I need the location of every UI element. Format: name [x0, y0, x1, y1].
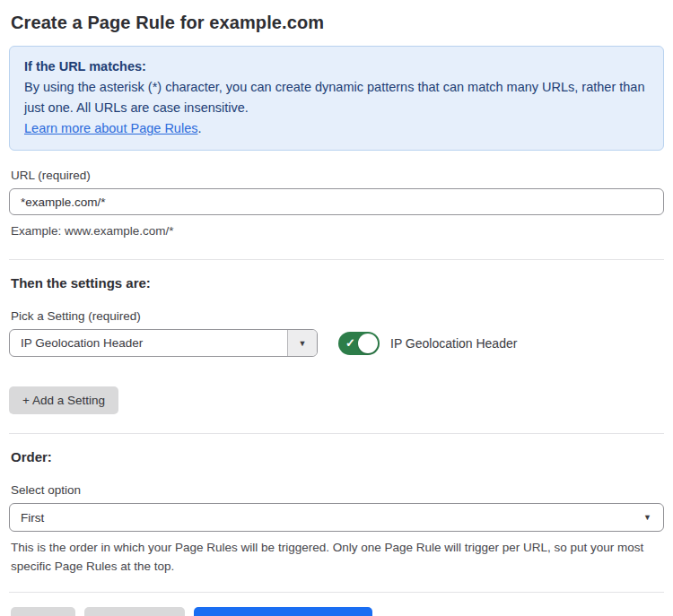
- chevron-down-icon: ▼: [643, 513, 651, 522]
- order-helper-text: This is the order in which your Page Rul…: [11, 538, 662, 576]
- toggle-group: ✓ IP Geolocation Header: [338, 332, 517, 355]
- divider: [9, 433, 664, 434]
- url-match-info-box: If the URL matches: By using the asteris…: [9, 46, 664, 151]
- setting-picker-arrow-button[interactable]: ▼: [287, 330, 317, 356]
- order-select[interactable]: First ▼: [9, 503, 664, 532]
- save-draft-button[interactable]: Save as Draft: [84, 607, 185, 616]
- order-select-value: First: [21, 511, 44, 525]
- save-deploy-button[interactable]: Save and Deploy Page Rule: [194, 607, 373, 616]
- settings-section-heading: Then the settings are:: [11, 275, 664, 291]
- order-section-heading: Order:: [11, 449, 664, 464]
- divider: [9, 592, 664, 593]
- cancel-button[interactable]: Cancel: [11, 607, 75, 616]
- toggle-knob: [358, 334, 378, 353]
- info-box-link-line: Learn more about Page Rules.: [24, 118, 649, 139]
- page-rule-form: Create a Page Rule for example.com If th…: [0, 0, 673, 616]
- learn-more-link[interactable]: Learn more about Page Rules: [24, 121, 197, 135]
- order-select-label: Select option: [11, 483, 664, 497]
- url-label: URL (required): [11, 169, 664, 182]
- page-title: Create a Page Rule for example.com: [11, 13, 664, 33]
- footer-actions: Cancel Save as Draft Save and Deploy Pag…: [9, 607, 664, 616]
- add-setting-button[interactable]: + Add a Setting: [9, 386, 118, 414]
- ip-geolocation-toggle[interactable]: ✓: [338, 332, 380, 355]
- divider: [9, 259, 664, 260]
- url-helper-text: Example: www.example.com/*: [11, 221, 664, 240]
- chevron-down-icon: ▼: [299, 339, 307, 348]
- url-input[interactable]: [9, 188, 664, 215]
- setting-picker-dropdown[interactable]: IP Geolocation Header ▼: [9, 329, 318, 357]
- info-box-heading: If the URL matches:: [24, 56, 649, 77]
- toggle-label: IP Geolocation Header: [390, 336, 517, 351]
- info-box-body: By using the asterisk (*) character, you…: [24, 77, 649, 118]
- setting-row: IP Geolocation Header ▼ ✓ IP Geolocation…: [9, 329, 664, 357]
- setting-picker-value: IP Geolocation Header: [10, 330, 287, 356]
- setting-picker-label: Pick a Setting (required): [11, 309, 664, 323]
- link-suffix: .: [197, 121, 201, 135]
- check-icon: ✓: [345, 337, 355, 349]
